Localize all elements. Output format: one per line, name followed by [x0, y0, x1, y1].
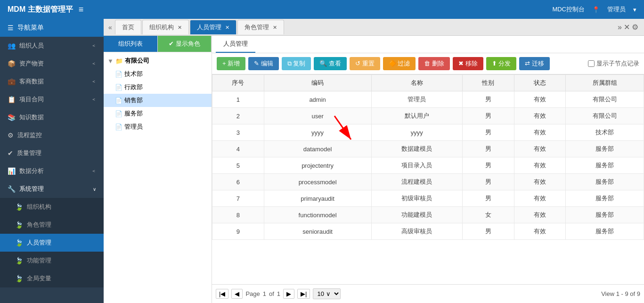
table-row[interactable]: 9senioraudit高级审核员男有效服务部 — [212, 223, 644, 240]
sidebar-item-quality[interactable]: ✔ 质量管理 — [0, 144, 104, 162]
cell-name: 流程建模员 — [371, 174, 463, 190]
tree-item-service[interactable]: 📄 服务部 — [104, 107, 212, 120]
cell-code: admin — [264, 91, 371, 108]
table-row[interactable]: 5projectentry项目录入员男有效服务部 — [212, 157, 644, 174]
hamburger-icon[interactable]: ≡ — [79, 5, 84, 15]
doc-icon: 📄 — [115, 110, 122, 117]
next-page-btn[interactable]: ▶ — [283, 289, 294, 299]
cell-code: functionmodel — [264, 207, 371, 223]
cell-code: senioraudit — [264, 223, 371, 240]
cell-gender: 男 — [463, 141, 514, 157]
user-label[interactable]: 管理员 — [607, 5, 626, 14]
sidebar-item-user-manage[interactable]: 🍃 人员管理 — [0, 234, 104, 252]
col-group: 所属群组 — [566, 75, 644, 91]
table-row[interactable]: 4datamodel数据建模员男有效服务部 — [212, 141, 644, 157]
sidebar-item-system[interactable]: 🔧 系统管理 ∨ — [0, 180, 104, 198]
table-row[interactable]: 8functionmodel功能建模员女有效服务部 — [212, 207, 644, 223]
show-child-label[interactable]: 显示子节点记录 — [588, 59, 639, 68]
leaf-icon3: 🍃 — [15, 239, 23, 246]
tab-expand-btn[interactable]: » — [618, 23, 622, 32]
cell-status: 有效 — [514, 91, 566, 108]
data-table-wrapper: 序号 编码 名称 性别 状态 所属群组 1admin管理员男有效有限公司2use… — [212, 74, 644, 284]
sidebar-item-func-manage[interactable]: 🍃 功能管理 — [0, 252, 104, 270]
table-row[interactable]: 7primaryaudit初级审核员男有效服务部 — [212, 190, 644, 207]
copy-button[interactable]: ⧉ 复制 — [282, 57, 311, 70]
org-list-tab[interactable]: 组织列表 — [104, 36, 158, 52]
tab-org[interactable]: 组织机构 ✕ — [142, 20, 189, 34]
prev-page-btn[interactable]: ◀ — [231, 289, 243, 299]
transfer-button[interactable]: ⇄ 迁移 — [519, 57, 550, 70]
of-label: of — [269, 290, 274, 297]
mdc-console-label[interactable]: MDC控制台 — [552, 5, 585, 14]
sidebar-item-label: 知识数据 — [19, 113, 44, 122]
tab-role[interactable]: 角色管理 ✕ — [237, 20, 284, 34]
table-row[interactable]: 6processmodel流程建模员男有效服务部 — [212, 174, 644, 190]
tab-user[interactable]: 人员管理 ✕ — [190, 20, 236, 34]
table-row[interactable]: 1admin管理员男有效有限公司 — [212, 91, 644, 108]
delete-button[interactable]: 🗑 删除 — [418, 57, 450, 70]
cell-status: 有效 — [514, 157, 566, 174]
sidebar-item-global-var[interactable]: 🍃 全局变量 — [0, 270, 104, 287]
cell-group: 有限公司 — [566, 108, 644, 124]
tab-role-close[interactable]: ✕ — [273, 25, 277, 31]
sidebar-title: 导航菜单 — [17, 24, 44, 32]
add-button[interactable]: + 新增 — [217, 57, 245, 70]
cell-gender: 男 — [463, 223, 514, 240]
chevron-icon: ＜ — [91, 42, 96, 49]
first-page-btn[interactable]: |◀ — [216, 289, 228, 299]
tree-item-label: 有限公司 — [125, 57, 149, 65]
sidebar-item-org-member[interactable]: 👥 组织人员 ＜ — [0, 37, 104, 55]
tree-item-root[interactable]: ▼ 📁 有限公司 — [104, 54, 212, 67]
cell-code: primaryaudit — [264, 190, 371, 207]
show-child-checkbox[interactable] — [588, 60, 595, 67]
table-row[interactable]: 3yyyyyyyy男有效技术部 — [212, 124, 644, 141]
move-button[interactable]: ✖ 移除 — [453, 57, 483, 70]
toolbar: + 新增 ✎ 编辑 ⧉ 复制 🔍 查看 ↺ 重置 🔶 过滤 🗑 删除 ✖ 移除 … — [212, 53, 644, 74]
distribute-button[interactable]: ⬆ 分发 — [486, 57, 517, 70]
sidebar-item-project[interactable]: 📋 项目合同 ＜ — [0, 90, 104, 108]
cell-seq: 6 — [212, 174, 264, 190]
filter-button[interactable]: 🔶 过滤 — [383, 57, 416, 70]
col-code: 编码 — [264, 75, 371, 91]
tab-settings-btn[interactable]: ⚙ — [632, 23, 638, 32]
inner-content: 组织列表 ✔ 显示角色 ▼ 📁 有限公司 📄 技术部 — [104, 36, 644, 303]
tree-item-manager[interactable]: 📄 管理员 — [104, 120, 212, 133]
sidebar-item-flow[interactable]: ⚙ 流程监控 — [0, 126, 104, 144]
cell-gender: 男 — [463, 124, 514, 141]
sidebar-sub-label: 角色管理 — [27, 221, 51, 229]
show-role-tab[interactable]: ✔ 显示角色 — [158, 36, 212, 52]
tab-close-btn[interactable]: ✕ — [624, 23, 630, 32]
view-button[interactable]: 🔍 查看 — [314, 57, 347, 70]
table-row[interactable]: 2user默认用户男有效有限公司 — [212, 108, 644, 124]
sidebar-item-label: 项目合同 — [19, 95, 44, 104]
sidebar-sub-label: 组织机构 — [27, 203, 51, 211]
show-child-text: 显示子节点记录 — [596, 59, 639, 68]
sidebar-item-asset[interactable]: 📦 资产物资 ＜ — [0, 55, 104, 73]
tree-item-sales[interactable]: 📄 销售部 — [104, 94, 212, 107]
tree-item-label: 行政部 — [124, 83, 143, 91]
edit-button[interactable]: ✎ 编辑 — [248, 57, 279, 70]
tree-item-admin[interactable]: 📄 行政部 — [104, 81, 212, 94]
last-page-btn[interactable]: ▶| — [297, 289, 310, 299]
sidebar-item-org-structure[interactable]: 🍃 组织机构 — [0, 198, 104, 216]
sidebar-sub-label: 人员管理 — [27, 238, 51, 247]
sidebar-item-role-manage[interactable]: 🍃 角色管理 — [0, 216, 104, 234]
user-manage-tab[interactable]: 人员管理 — [216, 36, 255, 53]
sidebar-item-knowledge[interactable]: 📚 知识数据 — [0, 108, 104, 126]
chevron-icon: ＜ — [91, 168, 96, 174]
col-gender: 性别 — [463, 75, 514, 91]
reset-button[interactable]: ↺ 重置 — [350, 57, 380, 70]
user-dropdown-icon[interactable]: ▾ — [633, 6, 636, 13]
sidebar-item-customer[interactable]: 💼 客商数据 ＜ — [0, 73, 104, 90]
tab-org-close[interactable]: ✕ — [178, 25, 182, 31]
tree-item-tech[interactable]: 📄 技术部 — [104, 67, 212, 81]
tab-home-label: 首页 — [122, 23, 134, 32]
cell-gender: 男 — [463, 91, 514, 108]
left-panel-header: 组织列表 ✔ 显示角色 — [104, 36, 212, 52]
tab-user-close[interactable]: ✕ — [225, 25, 229, 31]
page-size-select[interactable]: 10 ∨ 20 50 — [313, 288, 341, 299]
current-page: 1 — [263, 290, 266, 297]
sidebar-item-data-analysis[interactable]: 📊 数据分析 ＜ — [0, 162, 104, 180]
tab-home[interactable]: 首页 — [115, 20, 141, 34]
tab-prev-btn[interactable]: « — [106, 24, 115, 31]
